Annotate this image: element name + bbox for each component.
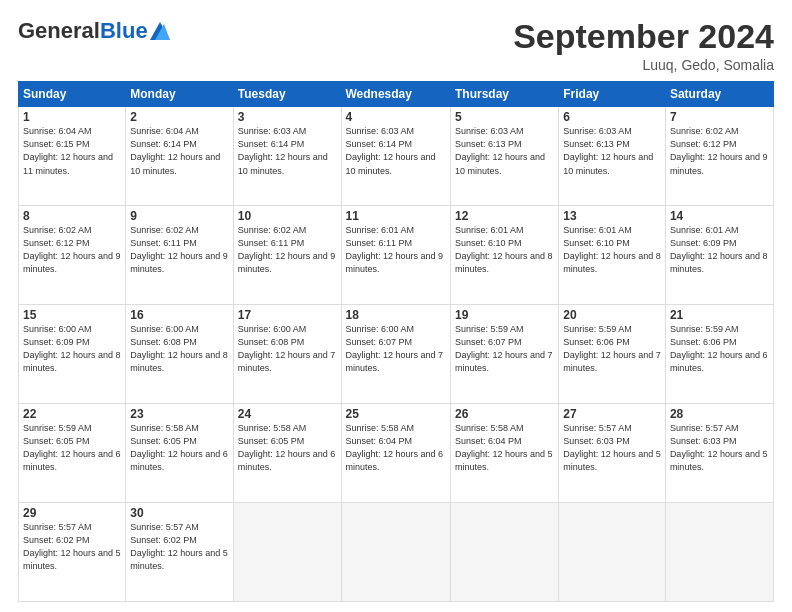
- day-info: Sunrise: 5:57 AMSunset: 6:02 PMDaylight:…: [23, 521, 121, 573]
- calendar-cell: 17Sunrise: 6:00 AMSunset: 6:08 PMDayligh…: [233, 305, 341, 404]
- month-title: September 2024: [513, 18, 774, 55]
- calendar-cell: 28Sunrise: 5:57 AMSunset: 6:03 PMDayligh…: [665, 404, 773, 503]
- calendar-cell: 4Sunrise: 6:03 AMSunset: 6:14 PMDaylight…: [341, 107, 450, 206]
- calendar-cell: [559, 503, 666, 602]
- day-info: Sunrise: 6:00 AMSunset: 6:07 PMDaylight:…: [346, 323, 446, 375]
- page: GeneralBlue September 2024 Luuq, Gedo, S…: [0, 0, 792, 612]
- calendar-cell: 5Sunrise: 6:03 AMSunset: 6:13 PMDaylight…: [450, 107, 558, 206]
- calendar-cell: 16Sunrise: 6:00 AMSunset: 6:08 PMDayligh…: [126, 305, 233, 404]
- calendar-cell: 21Sunrise: 5:59 AMSunset: 6:06 PMDayligh…: [665, 305, 773, 404]
- calendar-cell: 1Sunrise: 6:04 AMSunset: 6:15 PMDaylight…: [19, 107, 126, 206]
- day-of-week-header: Friday: [559, 82, 666, 107]
- day-info: Sunrise: 6:00 AMSunset: 6:08 PMDaylight:…: [130, 323, 228, 375]
- day-info: Sunrise: 6:03 AMSunset: 6:13 PMDaylight:…: [563, 125, 661, 177]
- day-info: Sunrise: 6:01 AMSunset: 6:11 PMDaylight:…: [346, 224, 446, 276]
- calendar-cell: [665, 503, 773, 602]
- day-info: Sunrise: 5:58 AMSunset: 6:05 PMDaylight:…: [238, 422, 337, 474]
- calendar-cell: 23Sunrise: 5:58 AMSunset: 6:05 PMDayligh…: [126, 404, 233, 503]
- day-of-week-header: Thursday: [450, 82, 558, 107]
- calendar-week-row: 1Sunrise: 6:04 AMSunset: 6:15 PMDaylight…: [19, 107, 774, 206]
- calendar-cell: 2Sunrise: 6:04 AMSunset: 6:14 PMDaylight…: [126, 107, 233, 206]
- day-number: 23: [130, 407, 228, 421]
- day-info: Sunrise: 6:03 AMSunset: 6:14 PMDaylight:…: [346, 125, 446, 177]
- calendar-week-row: 29Sunrise: 5:57 AMSunset: 6:02 PMDayligh…: [19, 503, 774, 602]
- calendar-cell: 20Sunrise: 5:59 AMSunset: 6:06 PMDayligh…: [559, 305, 666, 404]
- calendar-cell: 27Sunrise: 5:57 AMSunset: 6:03 PMDayligh…: [559, 404, 666, 503]
- day-number: 18: [346, 308, 446, 322]
- calendar-week-row: 22Sunrise: 5:59 AMSunset: 6:05 PMDayligh…: [19, 404, 774, 503]
- calendar-cell: 13Sunrise: 6:01 AMSunset: 6:10 PMDayligh…: [559, 206, 666, 305]
- calendar-cell: 30Sunrise: 5:57 AMSunset: 6:02 PMDayligh…: [126, 503, 233, 602]
- calendar-week-row: 15Sunrise: 6:00 AMSunset: 6:09 PMDayligh…: [19, 305, 774, 404]
- day-info: Sunrise: 6:04 AMSunset: 6:14 PMDaylight:…: [130, 125, 228, 177]
- calendar: SundayMondayTuesdayWednesdayThursdayFrid…: [18, 81, 774, 602]
- day-of-week-header: Tuesday: [233, 82, 341, 107]
- calendar-cell: 6Sunrise: 6:03 AMSunset: 6:13 PMDaylight…: [559, 107, 666, 206]
- day-info: Sunrise: 6:01 AMSunset: 6:10 PMDaylight:…: [563, 224, 661, 276]
- day-info: Sunrise: 5:59 AMSunset: 6:07 PMDaylight:…: [455, 323, 554, 375]
- header: GeneralBlue September 2024 Luuq, Gedo, S…: [18, 18, 774, 73]
- day-info: Sunrise: 5:59 AMSunset: 6:06 PMDaylight:…: [563, 323, 661, 375]
- calendar-cell: 24Sunrise: 5:58 AMSunset: 6:05 PMDayligh…: [233, 404, 341, 503]
- day-number: 7: [670, 110, 769, 124]
- calendar-cell: 11Sunrise: 6:01 AMSunset: 6:11 PMDayligh…: [341, 206, 450, 305]
- calendar-cell: 7Sunrise: 6:02 AMSunset: 6:12 PMDaylight…: [665, 107, 773, 206]
- day-number: 14: [670, 209, 769, 223]
- day-number: 22: [23, 407, 121, 421]
- calendar-cell: 19Sunrise: 5:59 AMSunset: 6:07 PMDayligh…: [450, 305, 558, 404]
- day-info: Sunrise: 6:03 AMSunset: 6:13 PMDaylight:…: [455, 125, 554, 177]
- calendar-cell: 18Sunrise: 6:00 AMSunset: 6:07 PMDayligh…: [341, 305, 450, 404]
- day-info: Sunrise: 6:02 AMSunset: 6:12 PMDaylight:…: [23, 224, 121, 276]
- day-number: 30: [130, 506, 228, 520]
- day-info: Sunrise: 5:58 AMSunset: 6:04 PMDaylight:…: [346, 422, 446, 474]
- day-number: 8: [23, 209, 121, 223]
- day-number: 15: [23, 308, 121, 322]
- day-number: 4: [346, 110, 446, 124]
- day-number: 19: [455, 308, 554, 322]
- day-number: 6: [563, 110, 661, 124]
- day-number: 5: [455, 110, 554, 124]
- day-number: 9: [130, 209, 228, 223]
- calendar-cell: 8Sunrise: 6:02 AMSunset: 6:12 PMDaylight…: [19, 206, 126, 305]
- calendar-cell: 29Sunrise: 5:57 AMSunset: 6:02 PMDayligh…: [19, 503, 126, 602]
- calendar-cell: 9Sunrise: 6:02 AMSunset: 6:11 PMDaylight…: [126, 206, 233, 305]
- calendar-cell: [450, 503, 558, 602]
- calendar-cell: 12Sunrise: 6:01 AMSunset: 6:10 PMDayligh…: [450, 206, 558, 305]
- day-info: Sunrise: 6:00 AMSunset: 6:09 PMDaylight:…: [23, 323, 121, 375]
- day-info: Sunrise: 5:59 AMSunset: 6:05 PMDaylight:…: [23, 422, 121, 474]
- day-number: 16: [130, 308, 228, 322]
- calendar-cell: 25Sunrise: 5:58 AMSunset: 6:04 PMDayligh…: [341, 404, 450, 503]
- day-number: 26: [455, 407, 554, 421]
- day-number: 2: [130, 110, 228, 124]
- day-info: Sunrise: 5:57 AMSunset: 6:03 PMDaylight:…: [563, 422, 661, 474]
- calendar-cell: [341, 503, 450, 602]
- day-info: Sunrise: 6:02 AMSunset: 6:11 PMDaylight:…: [130, 224, 228, 276]
- day-info: Sunrise: 6:01 AMSunset: 6:10 PMDaylight:…: [455, 224, 554, 276]
- day-number: 10: [238, 209, 337, 223]
- day-number: 3: [238, 110, 337, 124]
- calendar-week-row: 8Sunrise: 6:02 AMSunset: 6:12 PMDaylight…: [19, 206, 774, 305]
- location: Luuq, Gedo, Somalia: [513, 57, 774, 73]
- day-number: 27: [563, 407, 661, 421]
- day-of-week-header: Monday: [126, 82, 233, 107]
- logo-text: GeneralBlue: [18, 18, 170, 44]
- calendar-cell: 22Sunrise: 5:59 AMSunset: 6:05 PMDayligh…: [19, 404, 126, 503]
- day-number: 13: [563, 209, 661, 223]
- day-info: Sunrise: 6:02 AMSunset: 6:12 PMDaylight:…: [670, 125, 769, 177]
- day-of-week-header: Sunday: [19, 82, 126, 107]
- calendar-cell: 10Sunrise: 6:02 AMSunset: 6:11 PMDayligh…: [233, 206, 341, 305]
- calendar-header-row: SundayMondayTuesdayWednesdayThursdayFrid…: [19, 82, 774, 107]
- logo-blue: Blue: [100, 18, 148, 44]
- day-info: Sunrise: 5:59 AMSunset: 6:06 PMDaylight:…: [670, 323, 769, 375]
- day-of-week-header: Wednesday: [341, 82, 450, 107]
- title-area: September 2024 Luuq, Gedo, Somalia: [513, 18, 774, 73]
- calendar-cell: [233, 503, 341, 602]
- day-number: 12: [455, 209, 554, 223]
- day-info: Sunrise: 6:01 AMSunset: 6:09 PMDaylight:…: [670, 224, 769, 276]
- day-info: Sunrise: 5:57 AMSunset: 6:03 PMDaylight:…: [670, 422, 769, 474]
- calendar-cell: 26Sunrise: 5:58 AMSunset: 6:04 PMDayligh…: [450, 404, 558, 503]
- day-info: Sunrise: 5:58 AMSunset: 6:05 PMDaylight:…: [130, 422, 228, 474]
- day-info: Sunrise: 6:03 AMSunset: 6:14 PMDaylight:…: [238, 125, 337, 177]
- calendar-body: 1Sunrise: 6:04 AMSunset: 6:15 PMDaylight…: [19, 107, 774, 602]
- calendar-table: SundayMondayTuesdayWednesdayThursdayFrid…: [18, 81, 774, 602]
